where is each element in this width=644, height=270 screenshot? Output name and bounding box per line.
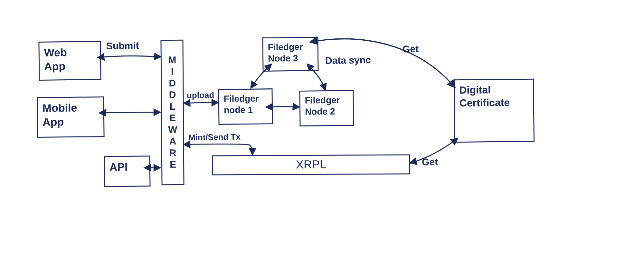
edge-label-submit: Submit [106, 40, 139, 52]
node-xrpl: XRPL [212, 154, 410, 175]
edge-middleware-xrpl [184, 144, 252, 155]
node-digital-certificate-label: DigitalCertificate [459, 84, 510, 109]
node-api-label: API [109, 161, 128, 173]
edge-label-get-top: Get [402, 44, 419, 55]
node-filedger-2: FiledgerNode 2 [299, 90, 354, 126]
node-middleware: MIDDLEWARE [160, 40, 184, 185]
edge-middleware-node1 [184, 103, 218, 103]
diagram-canvas: { "nodes": { "web_app": "Web\nApp", "mob… [0, 0, 644, 270]
edge-label-data-sync: Data sync [325, 55, 371, 66]
node-filedger-3: FiledgerNode 3 [262, 37, 318, 72]
edge-label-get-bottom: Get [422, 156, 438, 168]
edge-webapp-middleware [98, 56, 160, 57]
node-filedger-1: Filedgernode 1 [218, 88, 273, 125]
node-mobile-app: MobileApp [37, 96, 104, 138]
node-digital-certificate: DigitalCertificate [454, 79, 535, 143]
node-filedger-3-label: FiledgerNode 3 [268, 42, 303, 64]
node-filedger-1-label: Filedgernode 1 [224, 94, 259, 115]
edge-label-upload: upload [187, 90, 214, 100]
edge-mobileapp-middleware [100, 112, 160, 113]
node-web-app-label: WebApp [44, 46, 67, 72]
node-mobile-app-label: MobileApp [43, 102, 77, 128]
node-xrpl-label: XRPL [296, 158, 326, 171]
node-filedger-2-label: FiledgerNode 2 [305, 95, 340, 117]
edge-label-mint-send-tx: Mint/Send Tx [188, 132, 241, 143]
node-api: API [104, 155, 151, 187]
node-web-app: WebApp [38, 41, 101, 81]
node-middleware-label: MIDDLEWARE [166, 54, 178, 170]
